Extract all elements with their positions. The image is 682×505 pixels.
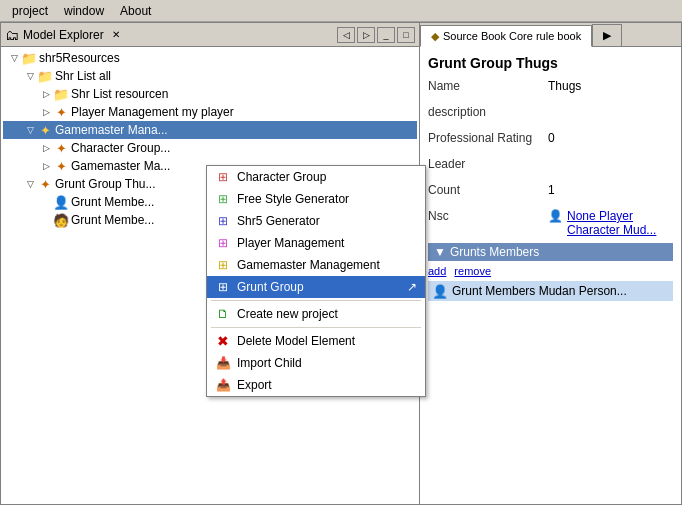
menu-project[interactable]: project (4, 2, 56, 20)
tree-label: Gamemaster Mana... (55, 123, 168, 137)
nsc-link[interactable]: None Player Character Mud... (567, 209, 673, 237)
right-tabs: ◆ Source Book Core rule book ▶ (420, 23, 681, 47)
tree-item-player-management[interactable]: ▷ ✦ Player Management my player (3, 103, 417, 121)
new-project-icon: 🗋 (215, 306, 231, 322)
grunt-group-icon: ⊞ (215, 279, 231, 295)
name-field-row: Name Thugs (428, 79, 673, 99)
leader-label: Leader (428, 157, 548, 171)
remove-button[interactable]: remove (454, 265, 491, 277)
nsc-label: Nsc (428, 209, 548, 223)
panel-header-left: 🗂 Model Explorer ✕ (5, 27, 120, 43)
tree-item-shr-list-resourcen[interactable]: ▷ 📁 Shr List resourcen (3, 85, 417, 103)
expand-icon[interactable]: ▽ (7, 51, 21, 65)
shr5-icon: ⊞ (215, 213, 231, 229)
panel-header: 🗂 Model Explorer ✕ ◁ ▷ _ □ (1, 23, 419, 47)
folder-icon: 📁 (37, 68, 53, 84)
no-expand (39, 195, 53, 209)
gm-mgmt-icon: ⊞ (215, 257, 231, 273)
tree-label: Character Group... (71, 141, 170, 155)
forward-button[interactable]: ▷ (357, 27, 375, 43)
minimize-button[interactable]: _ (377, 27, 395, 43)
ctx-label: Shr5 Generator (237, 214, 320, 228)
tree-item-shr5resources[interactable]: ▽ 📁 shr5Resources (3, 49, 417, 67)
menu-about[interactable]: About (112, 2, 159, 20)
tab-source-book[interactable]: ◆ Source Book Core rule book (420, 25, 592, 47)
expand-icon[interactable]: ▽ (23, 123, 37, 137)
tree-label: Grunt Membe... (71, 195, 154, 209)
tree-label: Shr List all (55, 69, 111, 83)
ctx-delete-model-element[interactable]: ✖ Delete Model Element (207, 330, 425, 352)
ctx-label: Grunt Group (237, 280, 304, 294)
ctx-character-group[interactable]: ⊞ Character Group (207, 166, 425, 188)
no-expand (39, 213, 53, 227)
add-button[interactable]: add (428, 265, 446, 277)
star-icon: ✦ (37, 176, 53, 192)
name-value: Thugs (548, 79, 581, 93)
count-label: Count (428, 183, 548, 197)
count-row: Count 1 (428, 183, 673, 203)
right-panel: ◆ Source Book Core rule book ▶ Grunt Gro… (420, 22, 682, 505)
expand-icon[interactable]: ▷ (39, 141, 53, 155)
leader-row: Leader (428, 157, 673, 177)
ctx-shr5-generator[interactable]: ⊞ Shr5 Generator (207, 210, 425, 232)
import-icon: 📥 (215, 355, 231, 371)
grunt-member-row[interactable]: 👤 Grunt Members Mudan Person... (428, 281, 673, 301)
grunt-member-label: Grunt Members Mudan Person... (452, 284, 627, 298)
grunts-section-label: Grunts Members (450, 245, 539, 259)
name-label: Name (428, 79, 548, 93)
left-panel: 🗂 Model Explorer ✕ ◁ ▷ _ □ ▽ 📁 shr5Resou… (0, 22, 420, 505)
ctx-label: Player Management (237, 236, 344, 250)
ctx-grunt-group[interactable]: ⊞ Grunt Group ↗ (207, 276, 425, 298)
star-icon: ✦ (53, 140, 69, 156)
cursor-indicator: ↗ (407, 280, 417, 294)
back-button[interactable]: ◁ (337, 27, 355, 43)
tree-label: Gamemaster Ma... (71, 159, 170, 173)
ctx-export[interactable]: 📤 Export (207, 374, 425, 396)
collapse-icon[interactable]: ▼ (434, 245, 446, 259)
tree-item-gamemaster-mana[interactable]: ▽ ✦ Gamemaster Mana... (3, 121, 417, 139)
tab-2[interactable]: ▶ (592, 24, 622, 46)
right-content: Grunt Group Thugs Name Thugs description… (420, 47, 681, 504)
delete-icon: ✖ (215, 333, 231, 349)
grunt-member-icon: 👤 (432, 284, 448, 299)
star-icon: ✦ (53, 158, 69, 174)
context-menu: ⊞ Character Group ⊞ Free Style Generator… (206, 165, 426, 397)
expand-icon[interactable]: ▽ (23, 177, 37, 191)
player-mgmt-icon: ⊞ (215, 235, 231, 251)
expand-icon[interactable]: ▷ (39, 159, 53, 173)
nsc-row: Nsc 👤 None Player Character Mud... (428, 209, 673, 237)
ctx-free-style-generator[interactable]: ⊞ Free Style Generator (207, 188, 425, 210)
professional-rating-row: Professional Rating 0 (428, 131, 673, 151)
tree-item-shr-list-all[interactable]: ▽ 📁 Shr List all (3, 67, 417, 85)
count-value: 1 (548, 183, 555, 197)
tree-label: Player Management my player (71, 105, 234, 119)
separator-2 (211, 327, 421, 328)
main-layout: 🗂 Model Explorer ✕ ◁ ▷ _ □ ▽ 📁 shr5Resou… (0, 22, 682, 505)
professional-rating-label: Professional Rating (428, 131, 548, 145)
close-icon[interactable]: ✕ (112, 29, 120, 40)
ctx-gamemaster-management[interactable]: ⊞ Gamemaster Management (207, 254, 425, 276)
grunts-section-header: ▼ Grunts Members (428, 243, 673, 261)
maximize-button[interactable]: □ (397, 27, 415, 43)
expand-icon[interactable]: ▷ (39, 87, 53, 101)
ctx-label: Gamemaster Management (237, 258, 380, 272)
panel-title: Model Explorer (23, 28, 104, 42)
ctx-create-new-project[interactable]: 🗋 Create new project (207, 303, 425, 325)
star-icon: ✦ (37, 122, 53, 138)
ctx-player-management[interactable]: ⊞ Player Management (207, 232, 425, 254)
folder-icon: 📁 (53, 86, 69, 102)
expand-icon[interactable]: ▷ (39, 105, 53, 119)
panel-header-controls: ◁ ▷ _ □ (337, 27, 415, 43)
nsc-icon: 👤 (548, 209, 563, 223)
tree-label: Grunt Group Thu... (55, 177, 156, 191)
menu-window[interactable]: window (56, 2, 112, 20)
tree-label: Shr List resourcen (71, 87, 168, 101)
expand-icon[interactable]: ▽ (23, 69, 37, 83)
menubar: project window About (0, 0, 682, 22)
ctx-import-child[interactable]: 📥 Import Child (207, 352, 425, 374)
ctx-label: Delete Model Element (237, 334, 355, 348)
tab-arrow-icon: ▶ (603, 29, 611, 42)
description-label: description (428, 105, 548, 119)
tree-label: shr5Resources (39, 51, 120, 65)
tree-item-character-group[interactable]: ▷ ✦ Character Group... (3, 139, 417, 157)
